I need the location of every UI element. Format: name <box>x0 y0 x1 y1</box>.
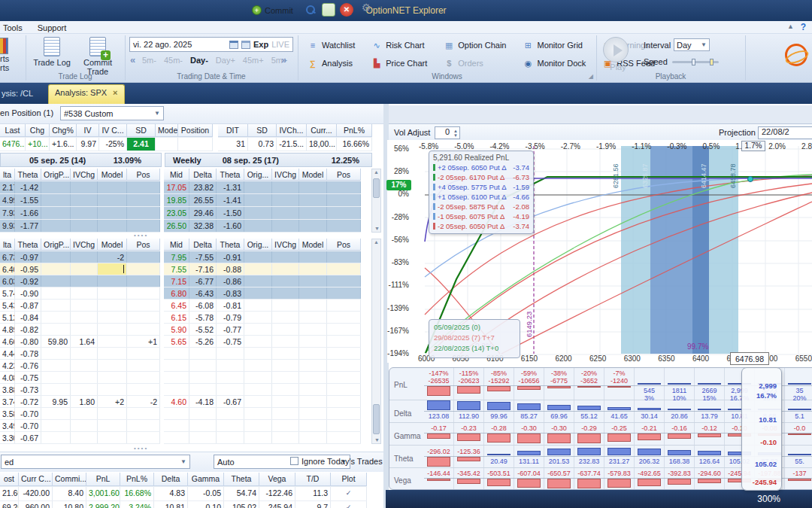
table-cell[interactable]: Plot <box>331 473 367 486</box>
table-cell[interactable] <box>98 194 127 206</box>
table-cell[interactable] <box>127 312 160 323</box>
table-cell[interactable]: -0.81 <box>217 300 244 311</box>
live-label[interactable]: LIVE <box>271 40 289 49</box>
table-cell[interactable]: 9.97 <box>77 138 99 151</box>
table-cell[interactable] <box>98 408 127 419</box>
table-cell[interactable]: 2,999.20 <box>86 501 120 508</box>
table-cell[interactable]: Orig... <box>244 169 272 181</box>
table-cell[interactable]: Pos <box>327 239 361 251</box>
table-cell[interactable]: -0.92 <box>15 275 41 287</box>
table-cell[interactable]: -420.00 <box>19 487 53 500</box>
gear-icon[interactable]: ⚙ <box>359 2 373 15</box>
table-cell[interactable]: 4.66 <box>0 336 15 347</box>
table-cell[interactable]: 16.66% <box>337 138 372 151</box>
table-cell[interactable] <box>272 263 299 275</box>
table-cell[interactable]: 69.20 <box>0 501 19 508</box>
table-cell[interactable]: 6.45 <box>164 300 189 311</box>
table-cell[interactable]: Model <box>299 169 327 181</box>
table-cell[interactable] <box>164 384 189 395</box>
table-cell[interactable] <box>272 194 299 206</box>
strategy-dropdown[interactable]: #538 Custom▼ <box>60 106 164 120</box>
commit-trade-button[interactable]: Commit Trade <box>73 37 123 76</box>
table-cell[interactable]: -0.05 <box>188 487 224 500</box>
table-cell[interactable] <box>327 181 361 193</box>
table-row[interactable]: 7.95-7.55-0.91 <box>164 251 361 263</box>
table-header-row[interactable]: ltaThetaOrigP...IVChgModelPos <box>0 169 160 181</box>
table-cell[interactable] <box>272 372 299 383</box>
table-cell[interactable] <box>272 312 299 323</box>
table-cell[interactable]: -21.5... <box>277 138 307 151</box>
table-cell[interactable] <box>127 300 160 311</box>
time-nav-button[interactable]: Day- <box>190 56 208 65</box>
table-cell[interactable] <box>272 420 299 431</box>
table-cell[interactable]: Pos <box>127 169 160 181</box>
table-cell[interactable]: -0.86 <box>217 275 244 287</box>
table-cell[interactable]: Orig... <box>244 239 272 251</box>
table-cell[interactable] <box>127 194 160 206</box>
table-cell[interactable]: +1.6... <box>50 138 77 151</box>
table-cell[interactable] <box>244 251 272 263</box>
table-cell[interactable] <box>98 181 127 193</box>
table-cell[interactable] <box>98 372 127 383</box>
table-cell[interactable] <box>217 360 244 371</box>
table-cell[interactable]: -1.77 <box>15 220 41 232</box>
table-cell[interactable]: 6476... <box>0 138 26 151</box>
collapse-ribbon-icon[interactable]: ▲ <box>787 23 794 30</box>
table-cell[interactable] <box>98 348 127 359</box>
table-cell[interactable] <box>299 181 327 193</box>
exp-label[interactable]: Exp <box>253 40 268 49</box>
table-cell[interactable] <box>164 372 189 383</box>
table-row[interactable]: 3.30-0.67 <box>0 432 160 444</box>
projection-date-field[interactable]: 22/08/2 <box>758 126 812 139</box>
table-cell[interactable] <box>299 287 327 299</box>
table-cell[interactable] <box>272 348 299 359</box>
table-cell[interactable]: 5.12 <box>0 312 15 323</box>
table-cell[interactable] <box>41 275 71 287</box>
table-cell[interactable]: -0.80 <box>15 336 41 347</box>
table-cell[interactable] <box>244 207 272 219</box>
table-cell[interactable] <box>299 312 327 323</box>
table-cell[interactable] <box>127 408 160 419</box>
help-icon[interactable]: ? <box>801 22 806 32</box>
table-row[interactable] <box>164 408 361 420</box>
group-expand-icon[interactable]: ◢ <box>589 73 593 80</box>
table-row[interactable]: 5.12-0.84 <box>0 312 160 324</box>
table-cell[interactable] <box>299 336 327 347</box>
menu-item[interactable]: Support <box>30 22 74 34</box>
table-row[interactable]: 19.8526.55-1.41 <box>164 194 361 207</box>
table-row[interactable]: 3.74-0.729.951.80+2-2 <box>0 396 160 408</box>
table-cell[interactable]: -2 <box>127 396 160 407</box>
table-cell[interactable]: Delta <box>154 473 188 486</box>
time-nav-button[interactable]: 5m- <box>142 56 156 65</box>
play-button[interactable]: Play <box>603 37 633 71</box>
table-cell[interactable]: 4.08 <box>0 372 15 383</box>
table-row[interactable]: 4.08-0.75 <box>0 372 160 384</box>
table-cell[interactable] <box>127 181 160 193</box>
table-cell[interactable]: Mid <box>164 239 189 251</box>
table-cell[interactable]: Model <box>299 239 327 251</box>
table-cell[interactable]: 5.74 <box>0 287 15 299</box>
table-cell[interactable] <box>299 372 327 383</box>
table-cell[interactable] <box>272 432 299 443</box>
table-cell[interactable] <box>71 432 98 443</box>
table-cell[interactable] <box>189 420 217 431</box>
table-cell[interactable] <box>244 312 272 323</box>
table-cell[interactable]: 6.40 <box>0 263 15 275</box>
table-cell[interactable]: 26.55 <box>189 194 217 206</box>
table-cell[interactable]: 4.23 <box>0 360 15 371</box>
expiry-header-1[interactable]: 05 sep. 25 (14) 13.09% <box>0 153 162 167</box>
table-cell[interactable] <box>127 287 160 299</box>
table-cell[interactable] <box>327 348 361 359</box>
table-cell[interactable] <box>327 207 361 219</box>
delete-icon[interactable]: ✕ <box>340 3 353 17</box>
table-cell[interactable] <box>98 220 127 232</box>
table-row[interactable]: 17.0523.82-1.31 <box>164 181 361 194</box>
table-row[interactable] <box>164 348 361 360</box>
table-cell[interactable]: Pos <box>327 169 361 181</box>
table-cell[interactable] <box>299 348 327 359</box>
table-cell[interactable]: Last <box>0 124 26 137</box>
table-cell[interactable] <box>327 275 361 287</box>
table-cell[interactable] <box>217 432 244 443</box>
table-row[interactable]: 6.73-0.97-2 <box>0 251 160 263</box>
table-cell[interactable]: Curr C... <box>19 473 53 486</box>
